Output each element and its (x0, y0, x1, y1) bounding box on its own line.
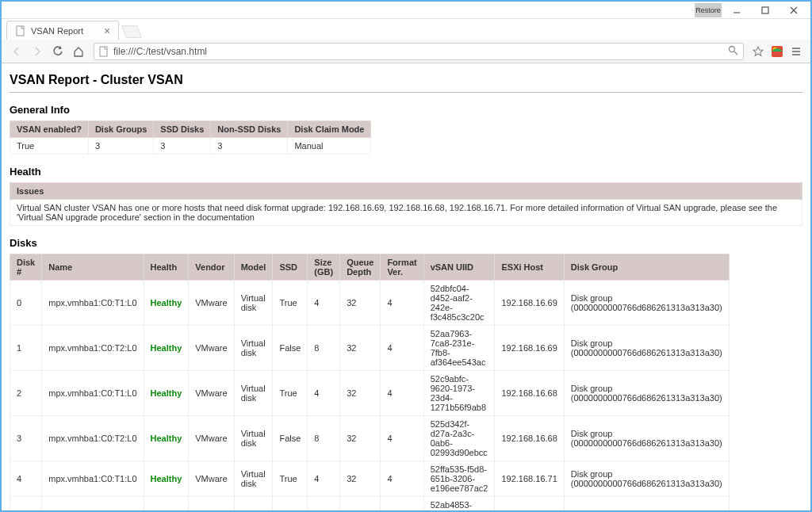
cell: 3 (211, 138, 288, 155)
column-header: Name (42, 254, 144, 281)
cell: Virtual disk (234, 281, 273, 326)
cell: True (273, 371, 308, 416)
cell: 4 (381, 281, 423, 326)
cell: mpx.vmhba1:C0:T2:L0 (42, 497, 144, 511)
cell: 1 (10, 326, 42, 371)
menu-icon[interactable] (788, 44, 804, 59)
cell: 8 (308, 326, 340, 371)
cell: 4 (381, 461, 423, 497)
cell: 4 (308, 371, 340, 416)
cell: 4 (10, 461, 42, 497)
column-header: SSD Disks (154, 121, 211, 138)
cell: 0 (10, 281, 42, 326)
file-icon (99, 46, 109, 57)
cell: Healthy (144, 281, 189, 326)
cell: True (273, 281, 308, 326)
cell: Manual (288, 138, 371, 155)
table-row: 1mpx.vmhba1:C0:T2:L0HealthyVMwareVirtual… (10, 326, 730, 371)
cell: Virtual disk (234, 326, 273, 371)
maximize-button[interactable] (752, 3, 779, 17)
cell: 4 (381, 416, 423, 461)
general-info-heading: General Info (10, 104, 802, 116)
health-table: Issues Virtual SAN cluster VSAN has one … (10, 182, 802, 226)
cell: 32 (340, 461, 381, 497)
page-content: VSAN Report - Cluster VSAN General Info … (2, 63, 810, 510)
table-row: 5mpx.vmhba1:C0:T2:L0HealthyVMwareVirtual… (10, 497, 730, 511)
health-heading: Health (10, 166, 802, 178)
cell: 8 (308, 497, 340, 511)
extension-icon[interactable] (769, 44, 785, 59)
table-row: 3mpx.vmhba1:C0:T2:L0HealthyVMwareVirtual… (10, 416, 730, 461)
column-header: Queue Depth (340, 254, 381, 281)
column-header: ESXi Host (495, 254, 564, 281)
minimize-button[interactable] (723, 3, 750, 17)
close-tab-icon[interactable]: × (104, 25, 110, 36)
restore-button[interactable]: Restore (695, 3, 722, 17)
cell: Healthy (144, 371, 189, 416)
close-window-button[interactable] (780, 3, 807, 17)
forward-button[interactable] (29, 43, 46, 60)
cell: 192.168.16.68 (495, 416, 564, 461)
browser-toolbar (2, 40, 810, 63)
cell: 5 (10, 497, 42, 511)
search-icon[interactable] (728, 45, 738, 57)
column-header: Disk # (10, 254, 42, 281)
cell: 32 (340, 371, 381, 416)
back-button[interactable] (8, 43, 25, 60)
cell: 4 (381, 371, 423, 416)
address-bar[interactable] (94, 43, 744, 60)
tab-title: VSAN Report (31, 26, 83, 36)
cell: Disk group (0000000000766d686261313a313a… (564, 416, 729, 461)
cell: 52ffa535-f5d8-651b-3206-e196ee787ac2 (423, 461, 495, 497)
cell: 4 (308, 461, 340, 497)
cell: 8 (308, 416, 340, 461)
cell: 52ab4853-4395-eca3-7b29-a90bd0ec3213 (423, 497, 495, 511)
tab-strip: VSAN Report × (2, 19, 810, 40)
cell: 4 (381, 326, 423, 371)
cell: 32 (340, 416, 381, 461)
cell: VMware (189, 326, 234, 371)
cell: 32 (340, 281, 381, 326)
cell: 2 (10, 371, 42, 416)
cell: Healthy (144, 497, 189, 511)
svg-point-6 (730, 47, 735, 52)
new-tab-button[interactable] (121, 25, 142, 38)
cell: 192.168.16.71 (495, 497, 564, 511)
divider (10, 92, 802, 93)
star-icon[interactable] (750, 44, 766, 59)
cell: VMware (189, 461, 234, 497)
home-button[interactable] (70, 43, 87, 60)
cell: Virtual disk (234, 497, 273, 511)
cell: 4 (308, 281, 340, 326)
cell: Disk group (0000000000766d686261313a313a… (564, 281, 729, 326)
cell: False (273, 497, 308, 511)
cell: Disk group (0000000000766d686261313a313a… (564, 326, 729, 371)
cell: Virtual disk (234, 416, 273, 461)
column-header: Format Ver. (381, 254, 423, 281)
reload-button[interactable] (49, 43, 67, 60)
table-row: 2mpx.vmhba1:C0:T1:L0HealthyVMwareVirtual… (10, 371, 730, 416)
cell: False (273, 326, 308, 371)
column-header: Vendor (189, 254, 234, 281)
issues-text: Virtual SAN cluster VSAN has one or more… (10, 200, 802, 226)
column-header: VSAN enabled? (10, 121, 89, 138)
cell: Disk group (0000000000766d686261313a313a… (564, 497, 729, 511)
cell: 192.168.16.68 (495, 371, 564, 416)
general-info-table: VSAN enabled?Disk GroupsSSD DisksNon-SSD… (10, 120, 371, 155)
cell: 32 (340, 326, 381, 371)
cell: 3 (10, 416, 42, 461)
cell: Virtual disk (234, 371, 273, 416)
column-header: Health (144, 254, 189, 281)
svg-rect-4 (17, 26, 24, 36)
cell: mpx.vmhba1:C0:T2:L0 (42, 416, 144, 461)
url-input[interactable] (113, 46, 728, 57)
column-header: vSAN UIID (423, 254, 495, 281)
cell: Healthy (144, 416, 189, 461)
browser-tab[interactable]: VSAN Report × (6, 21, 119, 40)
column-header: Model (234, 254, 273, 281)
cell: VMware (189, 416, 234, 461)
cell: 3 (88, 138, 153, 155)
cell: VMware (189, 281, 234, 326)
disks-heading: Disks (10, 237, 802, 249)
svg-rect-1 (762, 7, 768, 13)
